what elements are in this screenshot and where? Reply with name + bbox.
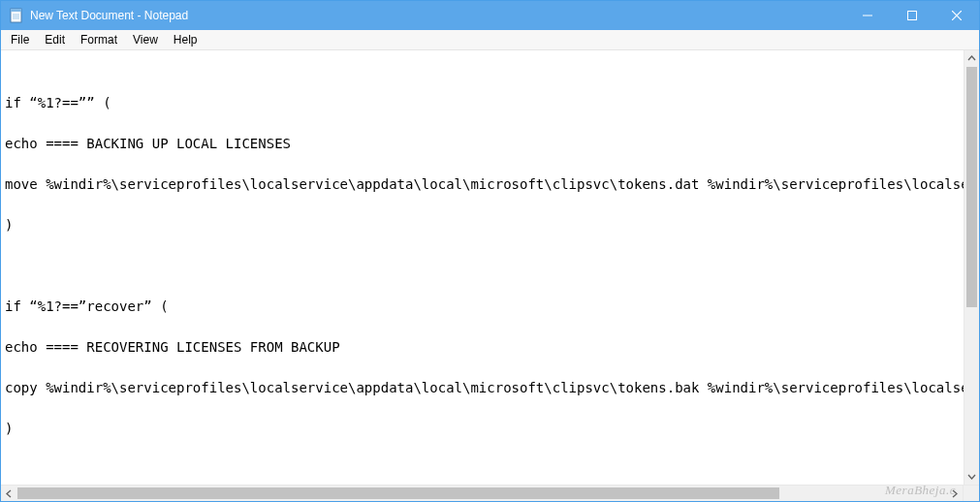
maximize-button[interactable] bbox=[890, 1, 934, 30]
text-editor[interactable]: if “%1?==”” ( echo ==== BACKING UP LOCAL… bbox=[1, 50, 964, 485]
editor-line: if “%1?==”recover” ( bbox=[5, 297, 960, 317]
menu-bar: File Edit Format View Help bbox=[1, 30, 979, 50]
svg-rect-6 bbox=[908, 12, 917, 20]
editor-line bbox=[5, 459, 960, 480]
editor-line bbox=[5, 276, 960, 297]
editor-line bbox=[5, 73, 960, 93]
scroll-right-arrow-icon[interactable] bbox=[946, 486, 963, 502]
editor-line bbox=[5, 113, 960, 134]
editor-line bbox=[5, 256, 960, 276]
vscroll-track[interactable] bbox=[964, 67, 979, 468]
editor-line: echo ==== RECOVERING LICENSES FROM BACKU… bbox=[5, 337, 960, 358]
minimize-button[interactable] bbox=[845, 1, 890, 30]
editor-line bbox=[5, 317, 960, 337]
title-bar[interactable]: New Text Document - Notepad bbox=[1, 1, 979, 30]
editor-line: if “%1?==”” ( bbox=[5, 93, 960, 113]
editor-line bbox=[5, 235, 960, 256]
editor-line bbox=[5, 195, 960, 215]
vscroll-thumb[interactable] bbox=[966, 67, 977, 307]
hscroll-thumb[interactable] bbox=[17, 487, 779, 499]
vertical-scrollbar[interactable] bbox=[964, 50, 979, 485]
editor-line: ) bbox=[5, 215, 960, 235]
scroll-up-arrow-icon[interactable] bbox=[964, 50, 979, 67]
editor-line bbox=[5, 358, 960, 378]
close-button[interactable] bbox=[934, 1, 979, 30]
hscroll-track[interactable] bbox=[17, 486, 946, 501]
scroll-left-arrow-icon[interactable] bbox=[1, 486, 17, 502]
menu-format[interactable]: Format bbox=[73, 30, 125, 50]
resize-grip[interactable] bbox=[963, 485, 979, 501]
window-title: New Text Document - Notepad bbox=[30, 9, 188, 22]
editor-line: move %windir%\serviceprofiles\localservi… bbox=[5, 174, 960, 195]
menu-view[interactable]: View bbox=[125, 30, 166, 50]
editor-line: copy %windir%\serviceprofiles\localservi… bbox=[5, 378, 960, 398]
editor-line bbox=[5, 154, 960, 174]
editor-line: ) bbox=[5, 419, 960, 439]
horizontal-scrollbar[interactable] bbox=[1, 485, 963, 501]
menu-help[interactable]: Help bbox=[166, 30, 205, 50]
editor-line: echo ==== BACKING UP LOCAL LICENSES bbox=[5, 134, 960, 154]
editor-line bbox=[5, 398, 960, 419]
menu-edit[interactable]: Edit bbox=[37, 30, 73, 50]
svg-rect-1 bbox=[11, 9, 21, 12]
menu-file[interactable]: File bbox=[3, 30, 37, 50]
scroll-down-arrow-icon[interactable] bbox=[964, 468, 979, 485]
editor-line bbox=[5, 439, 960, 459]
editor-line bbox=[5, 52, 960, 73]
notepad-icon bbox=[9, 8, 24, 23]
